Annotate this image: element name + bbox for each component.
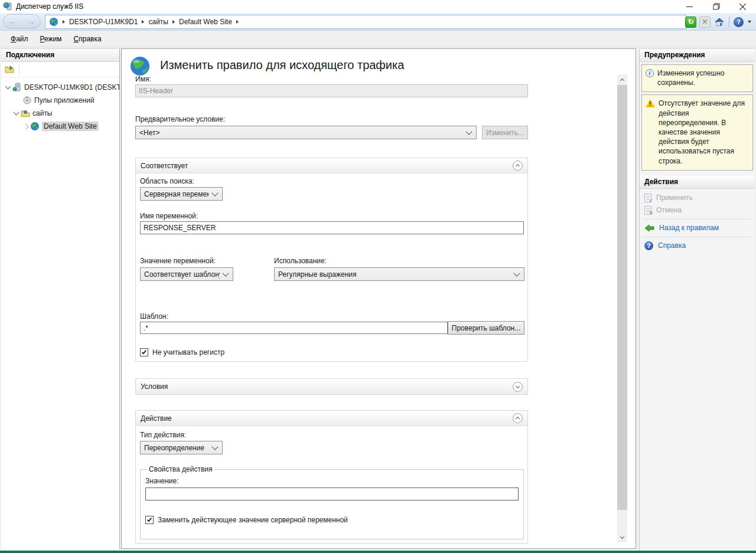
scroll-up-button[interactable] [617,74,627,84]
chevron-right-icon[interactable] [23,123,29,129]
actions-separator [643,219,751,220]
breadcrumb-arrow-icon [236,20,239,24]
alert-info: i Изменения успешно сохранены. [641,64,753,92]
name-input[interactable] [135,84,528,97]
breadcrumb-site[interactable]: Default Web Site [179,18,232,26]
scope-select[interactable]: Серверная переменн [140,187,223,201]
back-button[interactable]: ← [9,17,17,26]
help-icon[interactable]: ? [734,17,744,27]
variable-name-input[interactable] [140,221,524,234]
tree-item-server[interactable]: DESKTOP-U1MK9D1 (DESKTOP [1,81,119,94]
back-arrow-icon [644,224,654,232]
connections-panel: Подключения DESKTOP-U1MK9D1 (D [1,48,120,549]
chevron-down-icon [222,270,229,276]
vertical-scrollbar[interactable] [617,74,627,542]
collapse-section-button[interactable] [513,161,523,171]
replace-label: Заменить действующее значение серверной … [158,516,348,524]
action-type-label: Тип действия: [140,431,186,439]
expand-section-button[interactable] [513,382,523,392]
server-icon [12,83,22,92]
apply-label: Применить [656,194,693,202]
chevron-down-icon [211,189,218,196]
match-section-header[interactable]: Соответствует [136,158,527,174]
precondition-select[interactable]: <Нет> [135,126,477,139]
action-section-header[interactable]: Действие [136,411,527,426]
using-select[interactable]: Регулярные выражения [274,267,524,281]
ignore-case-label: Не учитывать регистр [152,348,224,356]
action-help[interactable]: ? Справка [640,240,755,252]
help-dropdown-icon[interactable] [748,21,751,23]
ignore-case-checkbox[interactable] [140,348,148,356]
app-pools-icon [22,96,32,105]
chevron-down-icon [465,128,472,135]
help-label: Справка [658,241,686,250]
breadcrumb-arrow-icon [142,20,144,24]
tree-item-app-pools[interactable]: Пулы приложений [1,94,119,107]
address-bar: ← → DESKTOP-U1MK9D1 сайты Default Web Si… [0,13,756,31]
toolbar-separator [19,65,19,74]
chevron-down-icon[interactable] [14,110,19,116]
action-type-select[interactable]: Переопределение [140,441,223,454]
edit-precondition-button[interactable]: Изменить... [482,126,528,139]
breadcrumb-arrow-icon [172,20,175,24]
menu-bar: Файл Режим Справка [0,31,756,47]
forward-button[interactable]: → [27,17,35,26]
apply-icon: ✓ [644,194,651,202]
tree-item-sites[interactable]: сайты [1,107,119,120]
test-pattern-button[interactable]: Проверить шаблон... [448,321,524,335]
action-back-to-rules[interactable]: Назад к правилам [640,222,755,234]
breadcrumb-sites[interactable]: сайты [148,18,168,26]
value-input[interactable] [145,487,519,500]
conditions-section-header[interactable]: Условия [136,379,527,394]
chevron-down-icon [513,270,520,276]
nav-buttons: ← → [3,14,41,29]
close-button[interactable] [729,0,756,13]
tree-label-server: DESKTOP-U1MK9D1 (DESKTOP [24,83,119,91]
window-bottom-border [0,551,756,553]
info-icon: i [646,69,654,77]
replace-checkbox[interactable] [145,516,154,524]
menu-file[interactable]: Файл [5,32,34,45]
tree-label-sites: сайты [32,109,53,117]
variable-value-label: Значение переменной: [140,257,216,265]
actions-list: ✓ Применить ✕ Отмена Назад к правилам ? … [640,189,755,252]
home-icon[interactable] [713,17,725,28]
main-content: Изменить правило для исходящего трафика … [121,48,636,549]
window-title: Диспетчер служб IIS [16,2,83,11]
minimize-button[interactable] [676,0,703,13]
pattern-input[interactable] [140,322,448,334]
scrollbar-thumb[interactable] [617,85,627,510]
connections-tree: DESKTOP-U1MK9D1 (DESKTOP Пулы приложений [1,77,119,133]
stop-icon[interactable]: ✕ [699,17,711,28]
restore-button[interactable] [703,0,729,13]
chevron-down-icon [211,443,218,450]
tree-item-default-web-site[interactable]: Default Web Site [1,120,119,133]
chevron-down-icon[interactable] [5,84,11,90]
cancel-label: Отмена [656,206,682,214]
pattern-label: Шаблон: [140,312,168,320]
site-globe-icon [30,122,40,131]
menu-mode[interactable]: Режим [34,32,68,45]
alert-info-text: Изменения успешно сохранены. [657,68,749,87]
action-properties-legend: Свойства действия [146,465,214,473]
action-cancel[interactable]: ✕ Отмена [640,204,755,217]
help-icon: ? [644,241,653,250]
variable-name-label: Имя переменной: [140,212,198,220]
alert-warning-text: Отсутствует значение для действия переоп… [659,99,749,165]
scroll-down-button[interactable] [617,532,627,542]
breadcrumb: DESKTOP-U1MK9D1 сайты Default Web Site [45,15,686,29]
variable-value-select[interactable]: Соответствует шаблону [140,267,233,281]
action-apply[interactable]: ✓ Применить [640,192,755,204]
connect-folder-icon[interactable] [5,65,14,74]
cancel-icon: ✕ [644,206,651,215]
title-bar: Диспетчер служб IIS [0,0,756,13]
right-panel: Предупреждения i Изменения успешно сохра… [639,48,755,551]
breadcrumb-server[interactable]: DESKTOP-U1MK9D1 [69,18,138,26]
sites-folder-icon [21,109,30,118]
back-to-rules-label: Назад к правилам [659,224,719,232]
collapse-section-button[interactable] [513,413,523,423]
iis-app-icon [3,2,12,11]
precondition-label: Предварительное условие: [135,115,225,123]
menu-help[interactable]: Справка [68,32,107,45]
refresh-icon[interactable]: ↻ [685,17,696,28]
